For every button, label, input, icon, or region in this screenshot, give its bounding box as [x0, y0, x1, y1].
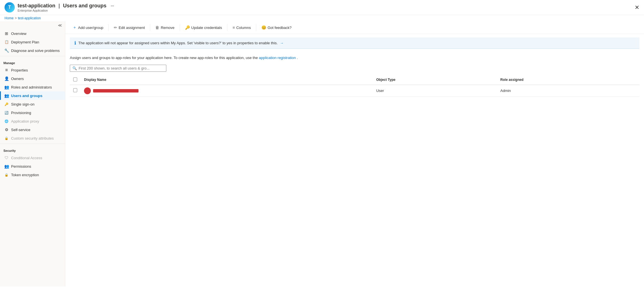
sidebar-item-properties[interactable]: ≡ Properties: [0, 66, 65, 74]
diagnose-icon: 🔧: [4, 48, 9, 53]
provisioning-icon: 🔄: [4, 110, 9, 115]
sidebar-item-properties-label: Properties: [11, 68, 28, 72]
edit-assignment-button[interactable]: ✏ Edit assignment: [111, 24, 148, 31]
sso-icon: 🔑: [4, 102, 9, 106]
title-divider: |: [58, 3, 61, 9]
description-text-before: Assign users and groups to app-roles for…: [70, 56, 258, 60]
edit-assignment-label: Edit assignment: [119, 26, 145, 30]
sidebar-item-users-groups[interactable]: 👥 Users and groups: [0, 91, 65, 100]
add-icon: ＋: [73, 25, 77, 30]
section-name: Users and groups: [63, 3, 106, 9]
users-table: Display Name Object Type Role assigned: [70, 75, 639, 97]
info-bar-arrow[interactable]: →: [280, 41, 284, 45]
edit-icon: ✏: [114, 25, 117, 30]
sidebar-item-roles-admins[interactable]: 👥 Roles and administrators: [0, 83, 65, 91]
sidebar-item-deployment-plan[interactable]: 📋 Deployment Plan: [0, 38, 65, 46]
update-credentials-label: Update credentials: [191, 26, 222, 30]
search-input[interactable]: [79, 66, 164, 70]
toolbar-separator-1: [108, 24, 109, 31]
sidebar-item-provisioning-label: Provisioning: [11, 111, 31, 115]
sidebar-item-custom-security: 🔒 Custom security attributes: [0, 134, 65, 142]
app-registration-link[interactable]: application registration: [259, 56, 296, 60]
update-credentials-button[interactable]: 🔑 Update credentials: [182, 24, 225, 31]
search-icon: 🔍: [72, 66, 77, 70]
sidebar-item-deployment-plan-label: Deployment Plan: [11, 40, 39, 44]
feedback-label: Got feedback?: [268, 26, 292, 30]
columns-icon: ≡: [232, 25, 235, 30]
table-header: Display Name Object Type Role assigned: [70, 75, 639, 85]
app-subtitle: Enterprise Application: [18, 9, 114, 12]
sidebar-item-owners[interactable]: 👤 Owners: [0, 74, 65, 83]
user-avatar: [84, 87, 91, 94]
sidebar-item-overview[interactable]: ⊞ Overview: [0, 29, 65, 38]
info-bar: ℹ The application will not appear for as…: [70, 37, 639, 49]
sidebar-item-conditional-access-label: Conditional Access: [11, 156, 42, 160]
feedback-icon: 😊: [261, 25, 266, 30]
toolbar-separator-3: [180, 24, 180, 31]
checkbox-header: [70, 75, 81, 85]
sidebar-item-users-groups-label: Users and groups: [11, 94, 43, 98]
ellipsis-menu-button[interactable]: ···: [111, 4, 114, 8]
top-bar: T test-application | Users and groups ··…: [0, 0, 644, 15]
remove-button[interactable]: 🗑 Remove: [152, 24, 177, 31]
owners-icon: 👤: [4, 76, 9, 81]
sidebar-item-app-proxy-label: Application proxy: [11, 119, 39, 123]
sidebar-item-overview-label: Overview: [11, 31, 26, 36]
deployment-plan-icon: 📋: [4, 40, 9, 44]
sidebar-item-permissions-label: Permissions: [11, 164, 31, 169]
toolbar: ＋ Add user/group ✏ Edit assignment 🗑 Rem…: [65, 21, 644, 34]
overview-icon: ⊞: [4, 31, 9, 36]
add-user-group-button[interactable]: ＋ Add user/group: [70, 24, 106, 31]
sidebar: ≪ ⊞ Overview 📋 Deployment Plan 🔧 Diagnos…: [0, 21, 65, 287]
sidebar-divider-2: [0, 144, 65, 144]
close-button[interactable]: ✕: [635, 4, 639, 11]
sidebar-item-sso-label: Single sign-on: [11, 102, 34, 106]
token-encryption-icon: 🔒: [4, 173, 9, 177]
role-assigned-header[interactable]: Role assigned: [497, 75, 639, 85]
breadcrumb-home[interactable]: Home: [5, 16, 14, 20]
select-all-checkbox[interactable]: [73, 77, 77, 81]
columns-button[interactable]: ≡ Columns: [230, 24, 253, 31]
toolbar-separator-5: [256, 24, 256, 31]
sidebar-item-conditional-access: 🛡 Conditional Access: [0, 154, 65, 162]
sidebar-item-provisioning[interactable]: 🔄 Provisioning: [0, 108, 65, 117]
remove-label: Remove: [161, 26, 174, 30]
toolbar-separator-4: [227, 24, 227, 31]
app-name: test-application: [18, 3, 55, 9]
breadcrumb: Home > test-application: [0, 15, 644, 21]
sidebar-item-sso[interactable]: 🔑 Single sign-on: [0, 100, 65, 108]
object-type-header[interactable]: Object Type: [373, 75, 497, 85]
sidebar-item-self-service-label: Self-service: [11, 128, 30, 132]
sidebar-divider-1: [0, 56, 65, 56]
sidebar-item-permissions[interactable]: 👥 Permissions: [0, 162, 65, 171]
add-user-group-label: Add user/group: [78, 26, 103, 30]
table-body: User Admin: [70, 85, 639, 97]
table-container: Display Name Object Type Role assigned: [65, 75, 644, 97]
sidebar-item-owners-label: Owners: [11, 77, 24, 81]
content-scroll: ℹ The application will not appear for as…: [65, 34, 644, 287]
table-row[interactable]: User Admin: [70, 85, 639, 97]
toolbar-separator-2: [150, 24, 150, 31]
top-bar-left: T test-application | Users and groups ··…: [5, 2, 114, 12]
sidebar-item-custom-security-label: Custom security attributes: [11, 136, 54, 140]
content-area: ＋ Add user/group ✏ Edit assignment 🗑 Rem…: [65, 21, 644, 287]
sidebar-item-roles-admins-label: Roles and administrators: [11, 85, 52, 89]
conditional-access-icon: 🛡: [4, 155, 9, 160]
row-checkbox[interactable]: [73, 88, 77, 92]
display-name-header[interactable]: Display Name: [81, 75, 373, 85]
sidebar-item-diagnose-label: Diagnose and solve problems: [11, 49, 60, 53]
app-avatar: T: [5, 2, 15, 12]
sidebar-item-token-encryption[interactable]: 🔒 Token encryption: [0, 171, 65, 179]
sidebar-collapse-button[interactable]: ≪: [0, 21, 65, 29]
app-title: test-application | Users and groups ··· …: [18, 3, 114, 12]
sidebar-item-diagnose[interactable]: 🔧 Diagnose and solve problems: [0, 46, 65, 55]
self-service-icon: ⚙: [4, 127, 9, 132]
info-icon: ℹ: [74, 40, 76, 46]
key-icon: 🔑: [185, 25, 190, 30]
sidebar-item-self-service[interactable]: ⚙ Self-service: [0, 125, 65, 134]
app-title-main: test-application | Users and groups ···: [18, 3, 114, 9]
row-checkbox-cell: [70, 85, 81, 97]
search-input-wrapper: 🔍: [70, 65, 166, 72]
feedback-button[interactable]: 😊 Got feedback?: [259, 24, 295, 31]
description: Assign users and groups to app-roles for…: [65, 52, 644, 65]
